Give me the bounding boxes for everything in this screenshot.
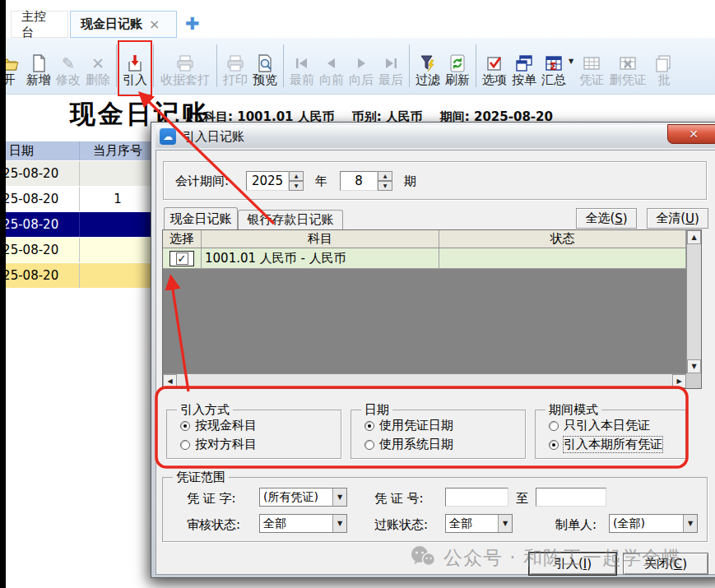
toolbar-voucher-button[interactable]: 凭证 (578, 41, 606, 90)
import-mode-group: 引入方式 按现金科目 按对方科目 (166, 410, 341, 459)
grid-header-select: 选择 (163, 230, 202, 248)
import-button[interactable]: 引入(I) (529, 553, 616, 575)
month-seq-cell (80, 212, 156, 237)
toolbar-preview-button[interactable]: 预览 (251, 41, 279, 90)
refresh-icon (448, 53, 467, 73)
select-all-button[interactable]: 全选(S) (576, 208, 637, 229)
printer-icon (225, 53, 245, 73)
toolbar-summary-button[interactable]: Σ 汇总 (540, 41, 568, 90)
radio-use-system-date[interactable]: 使用系统日期 (364, 437, 453, 452)
audit-status-select[interactable]: 全部 ▼ (259, 514, 347, 533)
voucher-number-to-input[interactable] (536, 488, 606, 507)
combo-arrow-icon[interactable]: ▼ (683, 515, 697, 532)
scroll-left-icon[interactable]: ◀ (163, 374, 177, 388)
tab-cash-journal[interactable]: 现金日记账 × (70, 11, 177, 38)
import-journal-dialog: ☁ 引入日记账 ✕ 会计期间: 2025 ▲ ▼ 年 8 ▲ ▼ 期 (151, 122, 715, 578)
summary-dropdown-caret-icon[interactable]: ▼ (569, 58, 577, 65)
period-input[interactable]: 8 (340, 171, 378, 191)
voucher-word-select[interactable]: (所有凭证) ▼ (259, 488, 347, 507)
post-status-select[interactable]: 全部 ▼ (445, 514, 513, 533)
toolbar-by-doc-button[interactable]: 按单 (510, 41, 538, 90)
dialog-close-button[interactable]: ✕ (667, 124, 715, 144)
horizontal-scrollbar[interactable]: ◀ ▶ (163, 373, 686, 388)
dialog-title-bar[interactable]: ☁ 引入日记账 (156, 125, 715, 148)
toolbar-last-button[interactable]: 最后 (377, 41, 405, 90)
row-checkbox[interactable]: ✓ (169, 251, 194, 266)
preparer-select[interactable]: (全部) ▼ (609, 514, 698, 533)
to-label: 至 (516, 491, 528, 507)
toolbar-del-voucher-button[interactable]: 删凭证 (607, 41, 648, 90)
voucher-table-icon (582, 53, 601, 73)
toolbar-modify-button[interactable]: ✎ 修改 (54, 41, 82, 90)
combo-arrow-icon[interactable]: ▼ (332, 488, 346, 506)
toolbar-refresh-button[interactable]: 刷新 (443, 41, 471, 90)
year-spinner[interactable]: ▲ ▼ (289, 171, 304, 191)
summary-sigma-icon: Σ (544, 53, 564, 73)
radio-use-voucher-date[interactable]: 使用凭证日期 (364, 418, 453, 433)
year-input[interactable]: 2025 (246, 171, 289, 191)
spin-down-icon[interactable]: ▼ (378, 181, 392, 191)
spin-down-icon[interactable]: ▼ (289, 181, 304, 191)
voucher-number-label: 凭 证 号: (374, 491, 424, 507)
left-edge-strip (0, 0, 6, 588)
group-title: 日期 (361, 402, 392, 418)
toolbar-filter-button[interactable]: 过滤 (414, 41, 442, 90)
tab-cash-journal-dialog[interactable]: 现金日记账 (164, 207, 238, 229)
toolbar-receipt-print-button[interactable]: 收据套打 (158, 41, 212, 90)
toolbar-new-button[interactable]: 新增 (25, 41, 53, 90)
post-status-label: 过账状态: (374, 517, 428, 533)
preparer-label: 制单人: (555, 517, 597, 533)
toolbar-prev-button[interactable]: 向前 (318, 41, 346, 90)
date-cell: 2025-08-20 (9, 268, 58, 283)
date-cell: 2025-08-20 (9, 192, 58, 206)
date-group: 日期 使用凭证日期 使用系统日期 (351, 410, 526, 459)
toolbar-next-button[interactable]: 向后 (347, 41, 375, 90)
tab-main-console[interactable]: 主控台 (11, 11, 68, 38)
dialog-body: 会计期间: 2025 ▲ ▼ 年 8 ▲ ▼ 期 现金日记账 银行存款日记账 全… (156, 150, 715, 575)
radio-all-period-vouchers[interactable]: 引入本期所有凭证 (549, 437, 662, 452)
toolbar-separator (476, 44, 476, 87)
period-spinner[interactable]: ▲ ▼ (378, 171, 392, 191)
toolbar-options-button[interactable]: 选项 (481, 41, 508, 90)
scroll-down-icon[interactable]: ▼ (687, 359, 701, 373)
scroll-up-icon[interactable]: ▲ (687, 230, 701, 244)
grid-header-row: 选择 科目 状态 (163, 230, 686, 248)
grid-header-subject: 科目 (202, 230, 439, 248)
new-tab-icon[interactable]: ✚ (185, 13, 200, 35)
scroll-right-icon[interactable]: ▶ (672, 374, 686, 388)
toolbar-print-button[interactable]: 打印 (221, 41, 249, 90)
radio-selected-icon (549, 440, 559, 450)
vertical-scrollbar[interactable]: ▲ ▼ (686, 230, 701, 373)
radio-only-today-vouchers[interactable]: 只引入本日凭证 (549, 418, 650, 433)
toolbar-first-button[interactable]: 最前 (288, 41, 316, 90)
toolbar-batch-button[interactable]: 批 (650, 41, 678, 90)
nav-first-icon (292, 53, 312, 73)
date-cell: 2025-08-20 (9, 243, 58, 257)
group-title: 引入方式 (177, 402, 233, 418)
month-seq-cell: 1 (80, 187, 156, 211)
group-title: 期间模式 (546, 402, 601, 418)
toolbar: 开 新增 ✎ 修改 ✕ 删除 引入 (6, 38, 715, 95)
clear-all-button[interactable]: 全清(U) (647, 208, 708, 229)
combo-arrow-icon[interactable]: ▼ (498, 515, 512, 532)
tab-bank-journal-dialog[interactable]: 银行存款日记账 (238, 210, 343, 229)
radio-icon (549, 421, 559, 431)
radio-by-counter-subject[interactable]: 按对方科目 (180, 437, 257, 452)
spin-up-icon[interactable]: ▲ (378, 171, 392, 181)
preview-icon (255, 53, 275, 73)
toolbar-import-button[interactable]: 引入 (121, 41, 149, 90)
voucher-number-from-input[interactable] (445, 488, 508, 507)
radio-by-cash-subject[interactable]: 按现金科目 (180, 418, 257, 433)
edit-icon: ✎ (58, 53, 78, 73)
grid-row[interactable]: ✓ 1001.01 人民币 - 人民币 (163, 248, 686, 269)
combo-arrow-icon[interactable]: ▼ (332, 515, 346, 532)
del-voucher-icon (618, 53, 638, 73)
tab-label: 现金日记账 (170, 211, 232, 227)
date-cell: 2025-08-20 (9, 166, 58, 181)
kingdee-cloud-icon: ☁ (160, 128, 176, 145)
toolbar-delete-button[interactable]: ✕ 删除 (84, 41, 112, 90)
close-button[interactable]: 关闭(C) (623, 553, 708, 575)
spin-up-icon[interactable]: ▲ (289, 171, 304, 181)
close-tab-icon[interactable]: × (149, 19, 160, 30)
col-header-month-seq: 当月序号 (80, 141, 156, 160)
